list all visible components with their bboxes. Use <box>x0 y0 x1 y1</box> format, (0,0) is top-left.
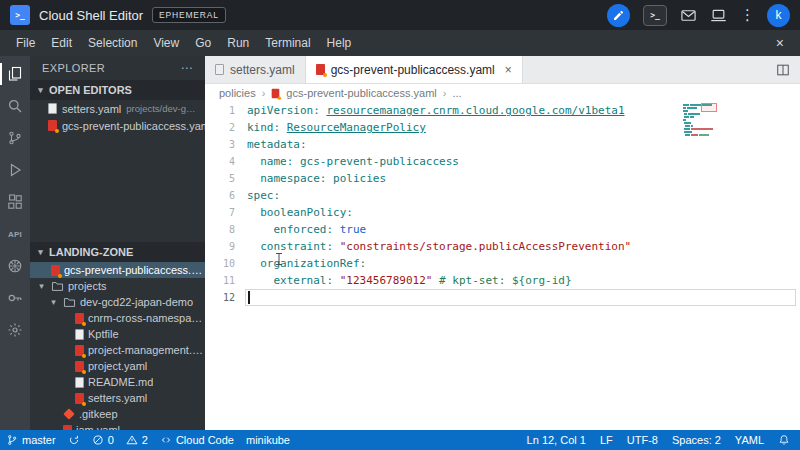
error-icon <box>92 434 104 446</box>
code-editor[interactable]: 1apiVersion: resourcemanager.cnrm.cloud.… <box>205 102 800 430</box>
status-lf[interactable]: LF <box>600 434 613 446</box>
code-line: 9 constraint: "constraints/storage.publi… <box>205 238 800 255</box>
source-control-icon[interactable] <box>0 122 30 154</box>
tree-item-projects[interactable]: projects <box>30 278 205 294</box>
debug-icon[interactable] <box>0 154 30 186</box>
edit-pencil-button[interactable] <box>607 4 630 27</box>
status-master[interactable]: master <box>6 434 56 446</box>
folder-icon <box>63 296 76 309</box>
tab-bar: setters.yamlgcs-prevent-publicaccess.yam… <box>205 56 800 84</box>
app-title: Cloud Shell Editor <box>39 8 143 23</box>
breadcrumb-item-[interactable]: ... <box>452 87 461 99</box>
breadcrumb-item-policies[interactable]: policies <box>219 87 256 99</box>
devices-icon[interactable] <box>710 7 727 24</box>
status-spaces-2[interactable]: Spaces: 2 <box>672 434 721 446</box>
code-text: organizationRef: <box>247 255 366 272</box>
status-minikube[interactable]: minikube <box>246 434 290 446</box>
menu-go[interactable]: Go <box>187 30 219 56</box>
landing-zone-header[interactable]: LANDING-ZONE <box>30 242 205 262</box>
menu-edit[interactable]: Edit <box>43 30 80 56</box>
warning-icon <box>126 434 138 446</box>
open-editor-setters-yaml[interactable]: setters.yamlprojects/dev-gcd2... <box>30 100 205 117</box>
settings-icon[interactable] <box>0 314 30 346</box>
tree-item-dev-gcd22-japan-demo[interactable]: dev-gcd22-japan-demo <box>30 294 205 310</box>
status-label: Ln 12, Col 1 <box>527 434 586 446</box>
yaml-file-icon <box>75 393 84 404</box>
avatar[interactable]: k <box>767 4 790 27</box>
code-line: 8 enforced: true <box>205 221 800 238</box>
line-number: 4 <box>205 153 247 170</box>
menu-selection[interactable]: Selection <box>80 30 145 56</box>
menu-terminal[interactable]: Terminal <box>257 30 318 56</box>
chevron-down-icon[interactable] <box>36 281 47 291</box>
line-number: 1 <box>205 102 247 119</box>
tree-item-cnrm-cross-namespace-y[interactable]: cnrm-cross-namespace.y... <box>30 310 205 326</box>
status-bell-icon[interactable] <box>778 434 790 446</box>
web-preview-icon[interactable] <box>680 7 697 24</box>
tree-item-project-management-yaml[interactable]: project-management.yaml <box>30 342 205 358</box>
cloud-apis-icon[interactable]: API <box>0 218 30 250</box>
status-ln-12-col-1[interactable]: Ln 12, Col 1 <box>527 434 586 446</box>
breadcrumb-separator-icon: › <box>443 87 447 99</box>
status-2[interactable]: 2 <box>126 434 148 446</box>
code-line: 4 name: gcs-prevent-publicaccess <box>205 153 800 170</box>
status-0[interactable]: 0 <box>92 434 114 446</box>
breadcrumb-item-gcs-prevent-publicaccess-yaml[interactable]: gcs-prevent-publicaccess.yaml <box>286 87 436 99</box>
folder-icon <box>51 280 64 293</box>
open-editor-gcs-prevent-publicaccess-yaml[interactable]: gcs-prevent-publicaccess.yaml <box>30 117 205 134</box>
tree-item-project-yaml[interactable]: project.yaml <box>30 358 205 374</box>
status-utf-8[interactable]: UTF-8 <box>627 434 658 446</box>
explorer-icon[interactable] <box>0 58 30 90</box>
menu-help[interactable]: Help <box>319 30 360 56</box>
yaml-file-icon <box>316 64 325 75</box>
code-text: enforced: true <box>247 221 366 238</box>
line-number: 3 <box>205 136 247 153</box>
menubar: FileEditSelectionViewGoRunTerminalHelp × <box>0 30 800 56</box>
tree-item-label: cnrm-cross-namespace.y... <box>88 312 205 324</box>
explorer-more-icon[interactable]: ⋯ <box>181 61 193 75</box>
tab-gcs-prevent-publicaccess-yaml[interactable]: gcs-prevent-publicaccess.yaml× <box>306 56 523 83</box>
status-yaml[interactable]: YAML <box>735 434 764 446</box>
search-icon[interactable] <box>0 90 30 122</box>
chevron-down-icon[interactable] <box>48 297 59 307</box>
extensions-icon[interactable] <box>0 186 30 218</box>
breadcrumb-separator-icon: › <box>262 87 266 99</box>
status-sync-icon[interactable] <box>68 434 80 446</box>
more-options-icon[interactable]: ⋮ <box>740 6 755 24</box>
tree-item-readme-md[interactable]: README.md <box>30 374 205 390</box>
secret-manager-icon[interactable] <box>0 282 30 314</box>
code-line: 12 <box>205 289 800 306</box>
git-icon <box>63 408 74 419</box>
yaml-file-icon <box>75 361 84 372</box>
close-icon[interactable]: × <box>768 35 792 51</box>
kubernetes-icon[interactable] <box>0 250 30 282</box>
status-cloud-code[interactable]: Cloud Code <box>160 434 234 446</box>
menu-view[interactable]: View <box>145 30 187 56</box>
tree-item-kptfile[interactable]: Kptfile <box>30 326 205 342</box>
breadcrumb[interactable]: policies›gcs-prevent-publicaccess.yaml›.… <box>205 84 800 102</box>
statusbar-left: master02Cloud Codeminikube <box>6 434 290 446</box>
code-text: kind: ResourceManagerPolicy <box>247 119 426 136</box>
tree-item-gitkeep[interactable]: .gitkeep <box>30 406 205 422</box>
open-editor-label: gcs-prevent-publicaccess.yaml <box>62 120 205 132</box>
statusbar-right: Ln 12, Col 1LFUTF-8Spaces: 2YAML <box>527 434 790 446</box>
tree-item-label: setters.yaml <box>88 392 147 404</box>
menu-run[interactable]: Run <box>219 30 257 56</box>
tree-item-gcs-prevent-publicaccess-y[interactable]: gcs-prevent-publicaccess.y... <box>30 262 205 278</box>
code-text: metadata: <box>247 136 307 153</box>
split-editor-icon[interactable] <box>766 56 800 83</box>
tree-item-setters-yaml[interactable]: setters.yaml <box>30 390 205 406</box>
status-bar: master02Cloud Codeminikube Ln 12, Col 1L… <box>0 430 800 450</box>
menu-file[interactable]: File <box>8 30 43 56</box>
cloud-shell-logo-icon: >_ <box>10 5 30 25</box>
mouse-text-cursor <box>275 252 283 269</box>
tab-setters-yaml[interactable]: setters.yaml <box>205 56 306 83</box>
tree-item-iam-yaml[interactable]: iam.yaml <box>30 422 205 430</box>
sync-icon <box>68 434 80 446</box>
explorer-header: EXPLORER ⋯ <box>30 56 205 80</box>
close-tab-icon[interactable]: × <box>505 63 512 77</box>
bell-icon <box>778 434 790 446</box>
line-number: 9 <box>205 238 247 255</box>
terminal-button[interactable]: >_ <box>643 5 667 26</box>
open-editors-header[interactable]: OPEN EDITORS <box>30 80 205 100</box>
